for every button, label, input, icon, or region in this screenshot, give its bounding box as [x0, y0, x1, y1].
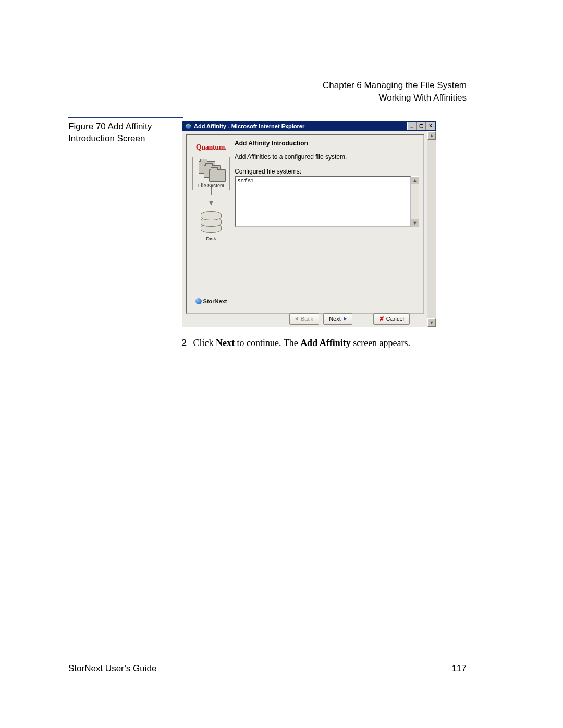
triangle-left-icon [295, 317, 298, 321]
listbox-content[interactable]: snfs1 [235, 176, 411, 227]
document-page: Chapter 6 Managing the File System Worki… [0, 0, 563, 728]
scroll-down-icon[interactable]: ▼ [411, 219, 419, 227]
stornext-logo: StorNext [190, 295, 232, 309]
step-bold-next: Next [216, 338, 235, 348]
scroll-down-icon[interactable]: ▼ [427, 318, 436, 327]
cancel-label: Cancel [386, 316, 404, 322]
wizard-panel: Quantum. File System [186, 134, 424, 314]
quantum-logo: Quantum. [190, 139, 232, 157]
back-label: Back [301, 316, 313, 322]
step-text-mid: to continue. The [235, 338, 300, 348]
window-title: Add Affinity - Microsoft Internet Explor… [194, 123, 436, 129]
figure-rule [68, 117, 183, 118]
window-scrollbar[interactable]: ▲ ▼ [427, 131, 436, 327]
wizard-description: Add Affinities to a configured file syst… [235, 153, 419, 161]
window-maximize-button[interactable]: ▢ [417, 122, 426, 130]
cancel-button[interactable]: ✘ Cancel [373, 313, 410, 325]
scroll-up-icon[interactable]: ▲ [411, 176, 419, 184]
instruction-step: 2 Click Next to continue. The Add Affini… [182, 338, 474, 349]
wizard-main: Add Affinity Introduction Add Affinities… [235, 140, 419, 227]
window-minimize-button[interactable]: _ [407, 122, 417, 130]
list-label: Configured file systems: [235, 168, 419, 175]
back-button: Back [289, 313, 319, 325]
step-text-pre: Click [193, 338, 216, 348]
next-label: Next [329, 316, 341, 322]
window-close-button[interactable]: X [426, 122, 435, 130]
wizard-heading: Add Affinity Introduction [235, 140, 419, 147]
step-bold-screen: Add Affinity [300, 338, 351, 348]
window-titlebar: Add Affinity - Microsoft Internet Explor… [182, 121, 436, 131]
x-icon: ✘ [379, 315, 384, 323]
triangle-right-icon [344, 317, 347, 321]
page-header: Chapter 6 Managing the File System Worki… [323, 79, 467, 104]
wizard-button-bar: Back Next ✘ Cancel [186, 313, 424, 325]
disk-icon [201, 211, 222, 234]
folders-icon [198, 159, 225, 183]
scroll-up-icon[interactable]: ▲ [427, 131, 436, 140]
nav-button-group: Back Next [289, 313, 352, 325]
globe-icon [195, 298, 202, 304]
window-buttons: _ ▢ X [407, 122, 435, 130]
file-system-label: File System [194, 183, 228, 188]
file-system-listbox[interactable]: snfs1 ▲ ▼ [235, 176, 419, 227]
next-button[interactable]: Next [323, 313, 352, 325]
listbox-scrollbar[interactable]: ▲ ▼ [411, 176, 419, 227]
window-body: ▲ ▼ Quantum. File System [182, 131, 436, 327]
product-name: StorNext [203, 298, 227, 304]
wizard-sidebar: Quantum. File System [190, 139, 232, 310]
arrow-down-icon [190, 185, 232, 206]
footer-guide-title: StorNext User’s Guide [68, 663, 156, 674]
figure-caption: Figure 70 Add Affinity Introduction Scre… [68, 121, 183, 145]
step-number: 2 [182, 338, 187, 348]
step-text-post: screen appears. [351, 338, 410, 348]
footer-page-number: 117 [452, 663, 467, 674]
chapter-title: Chapter 6 Managing the File System [323, 79, 467, 92]
disk-step: Disk [190, 211, 232, 241]
disk-label: Disk [190, 236, 232, 241]
section-title: Working With Affinities [323, 92, 467, 104]
ie-window: Add Affinity - Microsoft Internet Explor… [182, 121, 436, 327]
ie-icon [185, 122, 192, 130]
list-item[interactable]: snfs1 [237, 178, 408, 184]
